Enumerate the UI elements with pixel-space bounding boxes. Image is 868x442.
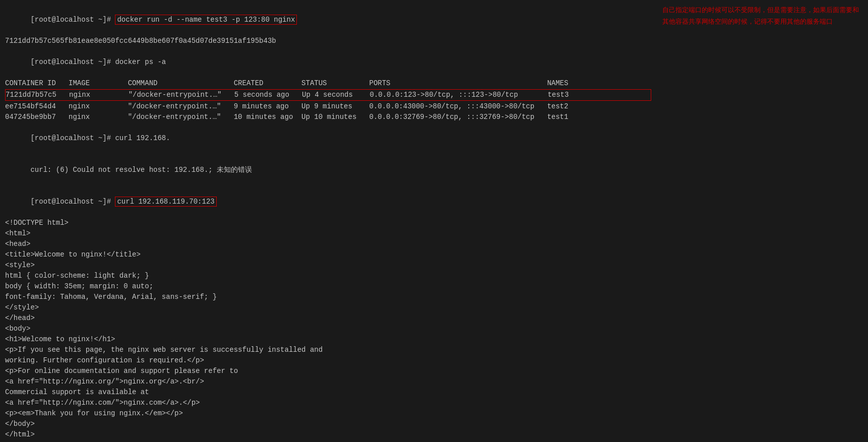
- line-docker-ps: [root@localhost ~]# docker ps -a: [5, 46, 651, 78]
- table-header: CONTAINER ID IMAGE COMMAND CREATED STATU…: [5, 78, 651, 89]
- html-line: <head>: [5, 239, 651, 249]
- prompt-4: [root@localhost ~]#: [30, 198, 115, 206]
- html-line: <!DOCTYPE html>: [5, 218, 651, 228]
- html-line: </head>: [5, 313, 651, 324]
- html-line: <a href="http://nginx.com/">nginx.com</a…: [5, 398, 651, 408]
- docker-run-cmd: docker run -d --name test3 -p 123:80 ngi…: [115, 15, 297, 25]
- line-curl1: [root@localhost ~]# curl 192.168.: [5, 122, 651, 154]
- html-line: <p>If you see this page, the nginx web s…: [5, 345, 651, 355]
- curl-error-unknown: 未知的错误: [217, 166, 252, 174]
- main-container: [root@localhost ~]# docker run -d --name…: [0, 0, 868, 442]
- html-line: working. Further configuration is requir…: [5, 355, 651, 366]
- curl2-cmd: curl 192.168.119.70:123: [115, 197, 216, 207]
- terminal-section: [root@localhost ~]# docker run -d --name…: [0, 0, 656, 442]
- docker-ps-cmd: docker ps -a: [115, 58, 166, 66]
- html-line: <html>: [5, 228, 651, 239]
- annotation-section: 自己指定端口的时候可以不受限制，但是需要注意，如果后面需要和其他容器共享网络空间…: [656, 0, 868, 442]
- html-output: <!DOCTYPE html><html><head><title>Welcom…: [5, 218, 651, 440]
- line-curl-error: curl: (6) Could not resolve host: 192.16…: [5, 154, 651, 186]
- html-line: </style>: [5, 302, 651, 313]
- html-line: <body>: [5, 324, 651, 334]
- html-line: <p><em>Thank you for using nginx.</em></…: [5, 408, 651, 419]
- html-line: <style>: [5, 260, 651, 271]
- prompt-1: [root@localhost ~]#: [30, 16, 115, 24]
- curl-error-text: curl: (6) Could not resolve host: 192.16…: [30, 166, 217, 174]
- annotation-text: 自己指定端口的时候可以不受限制，但是需要注意，如果后面需要和其他容器共享网络空间…: [662, 6, 859, 25]
- line-curl2: [root@localhost ~]# curl 192.168.119.70:…: [5, 186, 651, 218]
- html-line: Commercial support is available at: [5, 387, 651, 398]
- html-line: <h1>Welcome to nginx!</h1>: [5, 334, 651, 345]
- html-line: </body>: [5, 419, 651, 429]
- html-line: html { color-scheme: light dark; }: [5, 271, 651, 281]
- html-line: <a href="http://nginx.org/">nginx.org</a…: [5, 376, 651, 387]
- html-line: font-family: Tahoma, Verdana, Arial, san…: [5, 292, 651, 302]
- table-row-3: 047245be9bb7 nginx "/docker-entrypoint.……: [5, 112, 651, 122]
- html-line: <title>Welcome to nginx!</title>: [5, 249, 651, 260]
- line-docker-run: [root@localhost ~]# docker run -d --name…: [5, 4, 651, 36]
- curl1-cmd: curl 192.168.: [115, 134, 170, 142]
- html-line: body { width: 35em; margin: 0 auto;: [5, 281, 651, 292]
- table-row-1: 7121dd7b57c5 nginx "/docker-entrypoint.……: [5, 89, 651, 101]
- line-hash: 7121dd7b57c565fb81eae8e050fcc6449b8be607…: [5, 36, 651, 46]
- prompt-2: [root@localhost ~]#: [30, 58, 115, 66]
- table-row-2: ee7154bf54d4 nginx "/docker-entrypoint.……: [5, 101, 651, 112]
- html-line: <p>For online documentation and support …: [5, 366, 651, 376]
- html-line: </html>: [5, 429, 651, 440]
- prompt-3: [root@localhost ~]#: [30, 134, 115, 142]
